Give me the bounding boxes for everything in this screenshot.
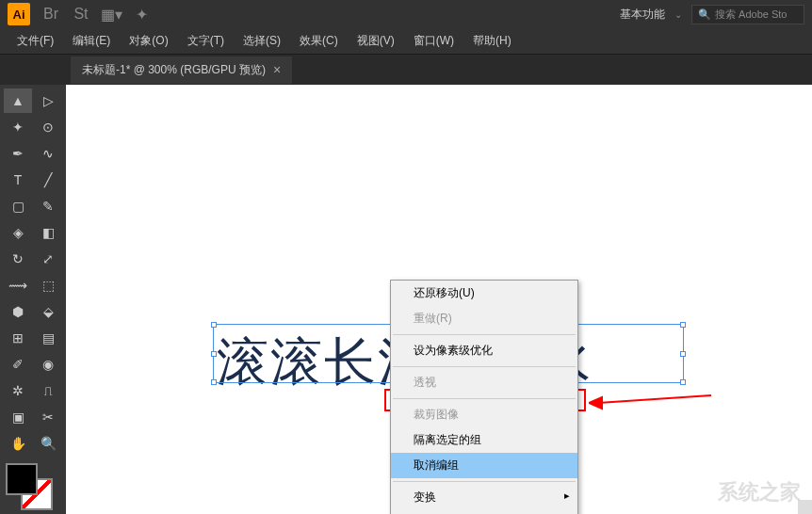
workspace-switcher[interactable]: 基本功能 <box>620 7 665 23</box>
ctx-separator <box>393 366 576 367</box>
selection-tool[interactable]: ▲ <box>4 88 32 113</box>
handle-nw[interactable] <box>211 322 217 328</box>
ctx-crop-image: 裁剪图像 <box>391 402 577 427</box>
ctx-perspective: 透视 <box>391 370 577 395</box>
gpu-icon[interactable]: ✦ <box>132 5 151 24</box>
width-tool[interactable]: ⟿ <box>4 273 32 297</box>
handle-sw[interactable] <box>211 379 217 385</box>
fill-stroke-swatch[interactable] <box>6 463 53 510</box>
ctx-separator <box>393 481 576 482</box>
search-placeholder: 搜索 Adobe Sto <box>715 8 787 22</box>
handle-w[interactable] <box>211 351 217 357</box>
direct-selection-tool[interactable]: ▷ <box>34 88 62 113</box>
type-tool[interactable]: T <box>4 168 32 192</box>
tools-panel: ▲▷ ✦⊙ ✒∿ T╱ ▢✎ ◈◧ ↻⤢ ⟿⬚ ⬢⬙ ⊞▤ ✐◉ ✲⎍ ▣✂ ✋… <box>0 85 66 514</box>
symbol-sprayer-tool[interactable]: ✲ <box>4 378 32 403</box>
eyedropper-tool[interactable]: ✐ <box>4 352 32 377</box>
ctx-transform[interactable]: 变换 <box>391 485 577 510</box>
blend-tool[interactable]: ◉ <box>34 352 62 377</box>
pen-tool[interactable]: ✒ <box>4 141 32 166</box>
rotate-tool[interactable]: ↻ <box>4 247 32 271</box>
handle-se[interactable] <box>680 379 686 385</box>
ctx-isolate-group[interactable]: 隔离选定的组 <box>391 427 577 453</box>
menu-file[interactable]: 文件(F) <box>8 33 63 49</box>
chevron-down-icon: ⌄ <box>674 9 682 20</box>
handle-ne[interactable] <box>680 322 686 328</box>
hand-tool[interactable]: ✋ <box>4 431 32 456</box>
menu-bar: 文件(F) 编辑(E) 对象(O) 文字(T) 选择(S) 效果(C) 视图(V… <box>0 28 812 55</box>
eraser-tool[interactable]: ◧ <box>34 220 62 245</box>
free-transform-tool[interactable]: ⬚ <box>34 273 62 297</box>
ctx-separator <box>393 334 576 335</box>
menu-window[interactable]: 窗口(W) <box>404 33 463 49</box>
tab-close-icon[interactable]: × <box>273 62 281 77</box>
context-menu: 还原移动(U) 重做(R) 设为像素级优化 透视 裁剪图像 隔离选定的组 取消编… <box>390 280 578 514</box>
document-tab[interactable]: 未标题-1* @ 300% (RGB/GPU 预览) × <box>71 56 292 84</box>
scroll-corner <box>798 500 812 514</box>
search-icon: 🔍 <box>698 8 711 21</box>
scale-tool[interactable]: ⤢ <box>34 247 62 271</box>
menu-help[interactable]: 帮助(H) <box>463 33 521 49</box>
tab-title: 未标题-1* @ 300% (RGB/GPU 预览) <box>82 62 266 78</box>
lasso-tool[interactable]: ⊙ <box>34 115 62 139</box>
menu-edit[interactable]: 编辑(E) <box>63 33 120 49</box>
stock-icon[interactable]: St <box>72 5 90 24</box>
magic-wand-tool[interactable]: ✦ <box>4 115 32 139</box>
line-tool[interactable]: ╱ <box>34 168 62 192</box>
menu-effect[interactable]: 效果(C) <box>290 33 348 49</box>
zoom-tool[interactable]: 🔍 <box>34 431 62 456</box>
mesh-tool[interactable]: ⊞ <box>4 326 32 350</box>
fill-swatch[interactable] <box>6 463 38 495</box>
ctx-redo: 重做(R) <box>391 306 577 331</box>
slice-tool[interactable]: ✂ <box>34 405 62 429</box>
curvature-tool[interactable]: ∿ <box>34 141 62 166</box>
arrange-icon[interactable]: ▦▾ <box>102 5 121 24</box>
artboard-tool[interactable]: ▣ <box>4 405 32 429</box>
handle-e[interactable] <box>680 351 686 357</box>
menu-object[interactable]: 对象(O) <box>120 33 177 49</box>
graph-tool[interactable]: ⎍ <box>34 378 62 403</box>
shape-builder-tool[interactable]: ⬢ <box>4 299 32 324</box>
ctx-arrange[interactable]: 排列 <box>391 510 577 514</box>
ai-logo: Ai <box>8 3 30 25</box>
rectangle-tool[interactable]: ▢ <box>4 194 32 218</box>
perspective-tool[interactable]: ⬙ <box>34 299 62 324</box>
brush-tool[interactable]: ✎ <box>34 194 62 218</box>
ctx-separator <box>393 398 576 399</box>
menu-type[interactable]: 文字(T) <box>178 33 234 49</box>
ctx-pixel-optimize[interactable]: 设为像素级优化 <box>391 338 577 363</box>
shaper-tool[interactable]: ◈ <box>4 220 32 245</box>
search-input[interactable]: 🔍 搜索 Adobe Sto <box>691 5 804 24</box>
ctx-undo-move[interactable]: 还原移动(U) <box>391 281 577 306</box>
gradient-tool[interactable]: ▤ <box>34 326 62 350</box>
ctx-ungroup[interactable]: 取消编组 <box>391 453 577 478</box>
menu-select[interactable]: 选择(S) <box>234 33 290 49</box>
menu-view[interactable]: 视图(V) <box>348 33 404 49</box>
bridge-icon[interactable]: Br <box>41 5 60 24</box>
